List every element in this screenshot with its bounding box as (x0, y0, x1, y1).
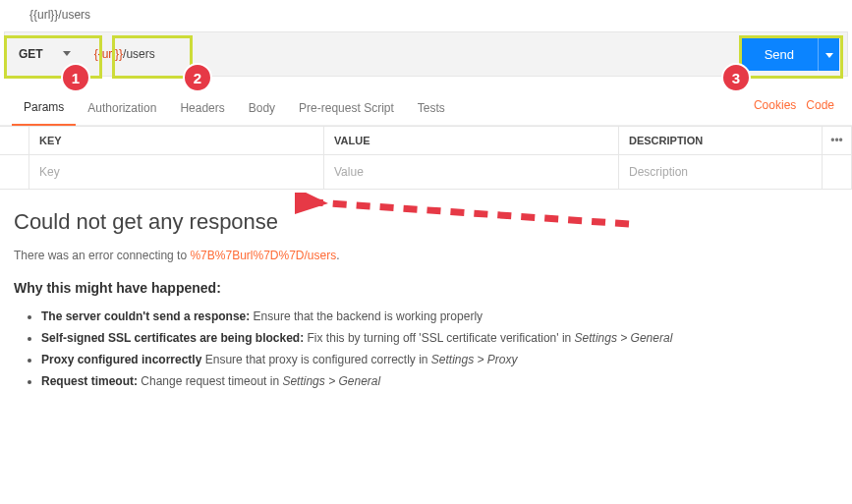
value-input[interactable]: Value (324, 155, 619, 189)
send-button[interactable]: Send (741, 37, 818, 71)
tab-params[interactable]: Params (12, 92, 76, 126)
reason-timeout: Request timeout: Change request timeout … (41, 370, 838, 392)
grid-spacer (0, 155, 29, 189)
url-variable: {{url}} (94, 47, 123, 61)
col-key: KEY (29, 127, 324, 154)
reason-bold: The server couldn't send a response: (41, 309, 250, 323)
response-area: Could not get any response There was an … (0, 190, 852, 392)
url-path: /users (123, 47, 155, 61)
reason-server: The server couldn't send a response: Ens… (41, 306, 838, 327)
chevron-down-icon (825, 47, 833, 62)
reason-bold: Request timeout: (41, 374, 138, 388)
method-label: GET (19, 47, 43, 61)
chevron-down-icon (63, 51, 71, 57)
svg-marker-1 (825, 53, 833, 58)
params-grid-row[interactable]: Key Value Description (0, 155, 852, 190)
grid-spacer (0, 127, 29, 154)
tab-prerequest[interactable]: Pre-request Script (287, 93, 406, 125)
error-subtext: There was an error connecting to %7B%7Bu… (14, 249, 838, 262)
reason-bold: Self-signed SSL certificates are being b… (41, 331, 304, 345)
params-grid-header: KEY VALUE DESCRIPTION ••• (0, 126, 852, 155)
reason-text: Ensure that proxy is configured correctl… (201, 353, 430, 366)
reason-path: Settings > Proxy (431, 353, 518, 366)
request-url-display: {{url}}/users (0, 0, 852, 31)
error-why-heading: Why this might have happened: (14, 280, 838, 296)
tab-tests[interactable]: Tests (406, 93, 457, 125)
url-input[interactable]: {{url}}/users (83, 32, 733, 76)
code-link[interactable]: Code (806, 98, 834, 112)
tabs-right: Cookies Code (754, 98, 840, 120)
error-reasons: The server couldn't send a response: Ens… (14, 306, 838, 392)
method-selector[interactable]: GET (5, 32, 83, 76)
tabs-row: Params Authorization Headers Body Pre-re… (0, 77, 852, 126)
row-more (822, 155, 851, 189)
svg-marker-0 (63, 51, 71, 56)
reason-path: Settings > General (282, 374, 380, 388)
request-row: GET {{url}}/users Send (4, 31, 848, 77)
reason-proxy: Proxy configured incorrectly Ensure that… (41, 349, 838, 370)
cookies-link[interactable]: Cookies (754, 98, 796, 112)
reason-text: Fix this by turning off 'SSL certificate… (304, 331, 574, 345)
error-prefix: There was an error connecting to (14, 249, 190, 262)
error-dot: . (336, 249, 339, 262)
key-input[interactable]: Key (29, 155, 324, 189)
error-title: Could not get any response (14, 209, 838, 235)
description-input[interactable]: Description (619, 155, 822, 189)
reason-ssl: Self-signed SSL certificates are being b… (41, 327, 838, 349)
tab-headers[interactable]: Headers (168, 93, 236, 125)
reason-bold: Proxy configured incorrectly (41, 353, 201, 366)
tab-authorization[interactable]: Authorization (76, 93, 168, 125)
reason-text: Change request timeout in (138, 374, 282, 388)
col-description: DESCRIPTION (619, 127, 822, 154)
col-value: VALUE (324, 127, 619, 154)
send-dropdown-button[interactable] (818, 37, 839, 71)
more-icon[interactable]: ••• (822, 127, 851, 154)
send-cell: Send (733, 32, 847, 76)
tab-body[interactable]: Body (237, 93, 287, 125)
reason-text: Ensure that the backend is working prope… (250, 309, 483, 323)
reason-path: Settings > General (575, 331, 673, 345)
error-url: %7B%7Burl%7D%7D/users (190, 249, 336, 262)
